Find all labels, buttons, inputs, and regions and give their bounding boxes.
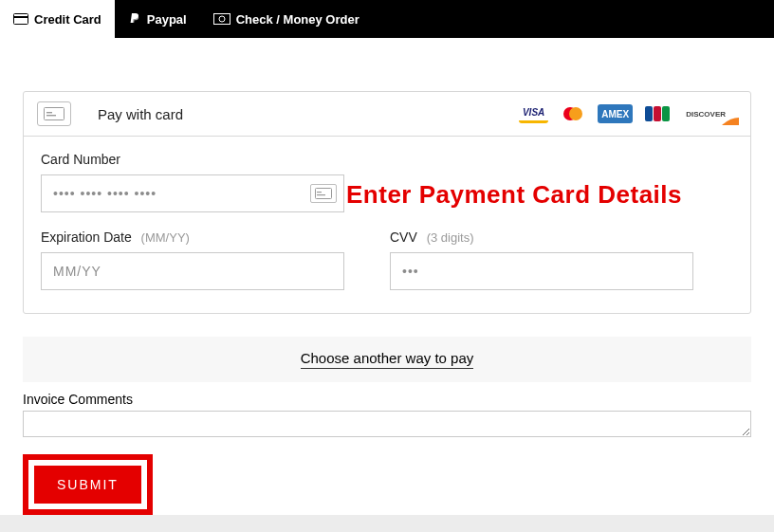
card-chip-icon (37, 101, 71, 126)
visa-logo: VISA (519, 104, 548, 123)
submit-highlight: SUBMIT (23, 454, 153, 515)
annotation-overlay: Enter Payment Card Details (346, 180, 682, 210)
svg-rect-10 (654, 106, 661, 121)
svg-rect-13 (317, 192, 322, 193)
alt-pay-bar: Choose another way to pay (23, 337, 751, 382)
svg-rect-1 (13, 16, 28, 18)
svg-point-8 (569, 107, 582, 120)
tab-check-money-order[interactable]: Check / Money Order (200, 0, 373, 38)
paypal-icon (128, 12, 141, 26)
jcb-logo (640, 104, 674, 123)
svg-rect-2 (213, 14, 230, 25)
cvv-label: CVV (3 digits) (390, 229, 693, 245)
amex-logo: AMEX (598, 104, 633, 123)
card-number-label: Card Number (41, 152, 733, 167)
tab-paypal[interactable]: Paypal (115, 0, 200, 38)
submit-button[interactable]: SUBMIT (34, 466, 141, 504)
svg-rect-11 (662, 106, 670, 121)
cvv-input[interactable] (390, 252, 693, 290)
tab-label: Paypal (147, 12, 187, 27)
cvv-hint: (3 digits) (427, 230, 474, 245)
footer-bar (0, 515, 774, 532)
card-mini-icon (310, 184, 337, 203)
invoice-comments-label: Invoice Comments (23, 392, 751, 407)
svg-rect-0 (14, 14, 28, 25)
card-payment-panel: Pay with card VISA AMEX DISCOVER Card Nu… (23, 91, 751, 314)
svg-rect-5 (46, 112, 52, 113)
svg-rect-14 (317, 194, 325, 195)
svg-point-3 (219, 16, 225, 22)
discover-logo: DISCOVER (682, 104, 737, 123)
expiration-input[interactable] (41, 252, 344, 290)
card-brand-logos: VISA AMEX DISCOVER (519, 104, 737, 123)
tab-label: Check / Money Order (236, 12, 359, 27)
expiration-label: Expiration Date (MM/YY) (41, 229, 344, 245)
invoice-comments-input[interactable] (23, 411, 751, 437)
mastercard-logo (556, 104, 590, 123)
svg-rect-12 (316, 189, 332, 199)
svg-rect-4 (45, 108, 64, 120)
tab-label: Credit Card (34, 12, 101, 27)
tab-credit-card[interactable]: Credit Card (0, 0, 115, 38)
choose-another-way-link[interactable]: Choose another way to pay (301, 350, 474, 369)
card-number-input[interactable] (41, 174, 344, 212)
svg-rect-9 (645, 106, 653, 121)
svg-rect-6 (46, 115, 56, 116)
credit-card-icon (13, 13, 28, 25)
expiration-hint: (MM/YY) (141, 230, 190, 245)
money-icon (213, 13, 230, 25)
payment-tabs: Credit Card Paypal Check / Money Order (0, 0, 774, 38)
pay-with-card-title: Pay with card (98, 106, 183, 122)
card-panel-header: Pay with card VISA AMEX DISCOVER (24, 92, 750, 137)
